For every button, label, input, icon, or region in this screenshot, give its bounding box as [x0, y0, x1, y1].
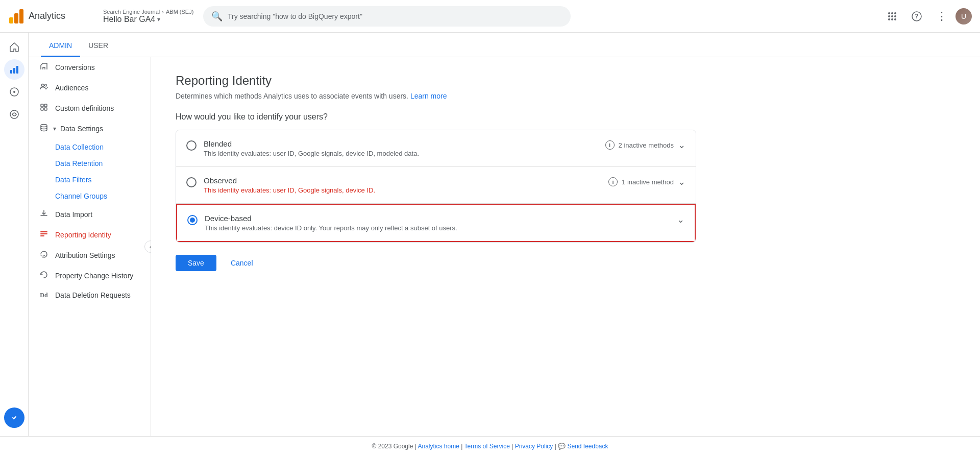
sidebar-label-data-retention: Data Retention: [55, 159, 103, 167]
more-icon: ⋮: [936, 10, 947, 23]
action-buttons: Save Cancel: [176, 255, 955, 271]
identity-option-blended[interactable]: Blended This identity evaluates: user ID…: [176, 130, 696, 167]
reports-icon: [9, 64, 20, 75]
identity-options-container: Blended This identity evaluates: user ID…: [176, 130, 696, 243]
help-button[interactable]: ?: [906, 6, 927, 27]
breadcrumb-separator: ›: [162, 9, 164, 15]
footer-link-privacy[interactable]: Privacy Policy: [515, 443, 553, 450]
user-avatar[interactable]: U: [955, 8, 972, 25]
sidebar-item-conversions[interactable]: Conversions: [29, 57, 151, 78]
chevron-device-based[interactable]: ⌄: [677, 214, 684, 225]
sidebar-item-attribution-settings[interactable]: Attribution Settings: [29, 245, 151, 266]
footer-feedback-icon: 💬: [558, 443, 566, 450]
svg-point-3: [888, 12, 890, 14]
help-icon: ?: [912, 11, 922, 21]
info-icon-observed[interactable]: i: [608, 177, 618, 186]
tab-user[interactable]: USER: [80, 35, 116, 57]
apps-button[interactable]: [882, 6, 902, 27]
breadcrumb-parent: Search Engine Journal: [103, 9, 160, 15]
svg-rect-1: [14, 13, 18, 23]
analytics-logo: [8, 8, 24, 25]
app-title: Analytics: [29, 11, 65, 21]
option-desc-blended: This identity evaluates: user ID, Google…: [204, 150, 605, 157]
data-import-icon: [39, 209, 49, 220]
sidebar-item-custom-definitions[interactable]: Custom definitions: [29, 98, 151, 118]
below-tabs: ‹ Conversions: [29, 57, 980, 436]
svg-text:?: ?: [915, 13, 918, 20]
footer-link-feedback[interactable]: Send feedback: [567, 443, 608, 450]
save-button[interactable]: Save: [176, 255, 216, 271]
sidebar-label-conversions: Conversions: [55, 63, 95, 71]
sidebar-item-audiences[interactable]: Audiences: [29, 78, 151, 98]
nav-reports[interactable]: [4, 59, 24, 80]
svg-point-21: [42, 84, 44, 87]
svg-rect-2: [19, 9, 23, 23]
sidebar-item-property-change-history[interactable]: Property Change History: [29, 266, 151, 286]
sidebar-label-audiences: Audiences: [55, 84, 88, 92]
advertising-icon: [9, 109, 20, 120]
chevron-observed[interactable]: ⌄: [678, 176, 685, 187]
data-settings-expand-icon: ▾: [53, 125, 56, 132]
sidebar-item-data-collection[interactable]: Data Collection: [29, 139, 151, 155]
page-desc-text: Determines which methods Analytics uses …: [176, 92, 408, 100]
sidebar-label-data-collection: Data Collection: [55, 143, 104, 151]
option-desc-device-based: This identity evaluates: device ID only.…: [205, 224, 677, 232]
option-content-device-based: Device-based This identity evaluates: de…: [205, 214, 677, 232]
search-bar[interactable]: 🔍 Try searching "how to do BigQuery expo…: [203, 6, 571, 27]
data-deletion-requests-icon: Dd: [39, 292, 49, 299]
property-change-history-icon: [39, 271, 49, 281]
radio-device-based[interactable]: [187, 215, 198, 225]
explore-icon: [9, 86, 20, 98]
svg-rect-29: [40, 233, 47, 234]
svg-point-5: [894, 12, 896, 14]
property-name: Hello Bar GA4: [103, 15, 155, 24]
nav-explore[interactable]: [4, 82, 24, 102]
footer: © 2023 Google | Analytics home | Terms o…: [0, 436, 980, 456]
radio-observed[interactable]: [186, 177, 197, 187]
nav-admin[interactable]: [4, 407, 24, 428]
home-icon: [9, 41, 20, 53]
audiences-icon: [39, 83, 49, 93]
sidebar-label-attribution-settings: Attribution Settings: [55, 251, 115, 259]
conversions-icon: [39, 62, 49, 73]
identity-option-observed[interactable]: Observed This identity evaluates: user I…: [176, 167, 696, 204]
svg-point-11: [894, 18, 896, 20]
sidebar-item-data-deletion-requests[interactable]: Dd Data Deletion Requests: [29, 286, 151, 304]
apps-icon: [887, 11, 897, 21]
data-settings-icon: [39, 124, 49, 134]
custom-definitions-icon: [39, 103, 49, 113]
option-title-observed: Observed: [204, 176, 608, 185]
radio-blended[interactable]: [186, 140, 197, 151]
sidebar-item-channel-groups[interactable]: Channel Groups: [29, 188, 151, 204]
footer-link-analytics-home[interactable]: Analytics home: [418, 443, 459, 450]
admin-icon: [9, 412, 20, 423]
nav-home[interactable]: [4, 37, 24, 57]
more-button[interactable]: ⋮: [931, 6, 951, 27]
sidebar-item-data-import[interactable]: Data Import: [29, 204, 151, 225]
nav-settings-bottom: [0, 407, 28, 428]
sidebar-label-data-settings: Data Settings: [60, 125, 103, 133]
svg-point-18: [13, 91, 15, 93]
svg-point-6: [888, 15, 890, 17]
property-selector[interactable]: Hello Bar GA4 ▾: [103, 15, 195, 24]
inactive-methods-observed: 1 inactive method: [622, 178, 674, 186]
sidebar-label-data-deletion-requests: Data Deletion Requests: [55, 291, 131, 299]
info-icon-blended[interactable]: i: [605, 140, 615, 150]
search-input-placeholder: Try searching "how to do BigQuery export…: [228, 12, 362, 20]
cancel-button[interactable]: Cancel: [223, 255, 261, 271]
learn-more-link[interactable]: Learn more: [410, 92, 447, 100]
sidebar-label-reporting-identity: Reporting Identity: [55, 231, 111, 239]
chevron-blended[interactable]: ⌄: [678, 139, 685, 151]
sidebar-item-data-filters[interactable]: Data Filters: [29, 172, 151, 188]
tabs-bar: ADMIN USER: [29, 33, 980, 57]
sidebar-item-data-retention[interactable]: Data Retention: [29, 155, 151, 172]
tab-admin[interactable]: ADMIN: [41, 35, 80, 57]
sidebar-item-data-settings[interactable]: ▾ Data Settings: [29, 118, 151, 139]
sidebar-label-custom-definitions: Custom definitions: [55, 104, 114, 112]
footer-link-terms[interactable]: Terms of Service: [464, 443, 509, 450]
header-actions: ? ⋮ U: [882, 6, 972, 27]
nav-advertising[interactable]: [4, 104, 24, 125]
sidebar-item-reporting-identity[interactable]: Reporting Identity: [29, 225, 151, 245]
identity-option-device-based[interactable]: Device-based This identity evaluates: de…: [176, 204, 696, 242]
svg-rect-15: [13, 68, 15, 74]
